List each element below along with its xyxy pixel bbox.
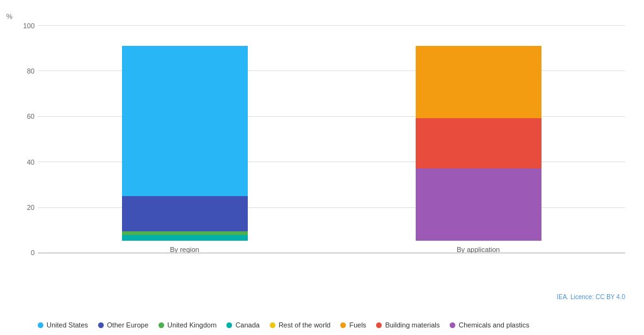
- y-tick-label: 20: [13, 204, 35, 211]
- legend-item: United States: [38, 321, 88, 329]
- legend-dot: [158, 322, 164, 328]
- legend-label: Fuels: [349, 321, 366, 329]
- legend-dot: [98, 322, 104, 328]
- legend-dot: [450, 322, 455, 328]
- legend-item: Building materials: [376, 321, 440, 329]
- bar: [416, 46, 541, 241]
- legend-dot: [226, 322, 232, 328]
- bar-group: By application: [416, 46, 541, 253]
- legend-dot: [38, 322, 43, 328]
- legend-dot: [270, 322, 275, 328]
- legend-label: United Kingdom: [167, 321, 216, 329]
- legend-item: United Kingdom: [158, 321, 216, 329]
- x-axis: [38, 253, 625, 253]
- bar-segment: [416, 46, 541, 118]
- legend-item: Fuels: [340, 321, 366, 329]
- chart-area: 100806040200 By regionBy application: [38, 25, 625, 272]
- legend-item: Chemicals and plastics: [450, 321, 530, 329]
- bar-segment: [416, 168, 541, 241]
- license[interactable]: IEA. Licence: CC BY 4.0: [557, 294, 625, 300]
- legend-dot: [376, 322, 382, 328]
- y-tick-label: 0: [13, 249, 35, 256]
- legend-label: Canada: [235, 321, 260, 329]
- y-tick-label: 100: [13, 22, 35, 30]
- legend-dot: [340, 322, 346, 328]
- bar-segment: [122, 196, 248, 231]
- legend: United StatesOther EuropeUnited KingdomC…: [38, 321, 625, 329]
- license-link[interactable]: IEA. Licence: CC BY 4.0: [557, 294, 625, 300]
- y-tick-label: 80: [13, 67, 35, 75]
- legend-item: Other Europe: [98, 321, 148, 329]
- legend-item: Rest of the world: [270, 321, 331, 329]
- legend-label: United States: [47, 321, 88, 329]
- legend-label: Other Europe: [107, 321, 148, 329]
- y-tick-label: 60: [13, 113, 35, 120]
- legend-label: Rest of the world: [279, 321, 331, 329]
- legend-item: Canada: [226, 321, 260, 329]
- y-axis-label: %: [6, 13, 13, 20]
- bar: [122, 46, 248, 241]
- bar-segment: [122, 235, 248, 241]
- y-tick-label: 40: [13, 158, 35, 166]
- bar-segment: [122, 46, 248, 196]
- bar-group: By region: [122, 46, 248, 253]
- legend-label: Chemicals and plastics: [458, 321, 530, 329]
- bars-area: By regionBy application: [38, 25, 625, 253]
- bar-segment: [416, 118, 541, 169]
- chart-container: % 100806040200 By regionBy application U…: [0, 0, 644, 335]
- legend-label: Building materials: [385, 321, 440, 329]
